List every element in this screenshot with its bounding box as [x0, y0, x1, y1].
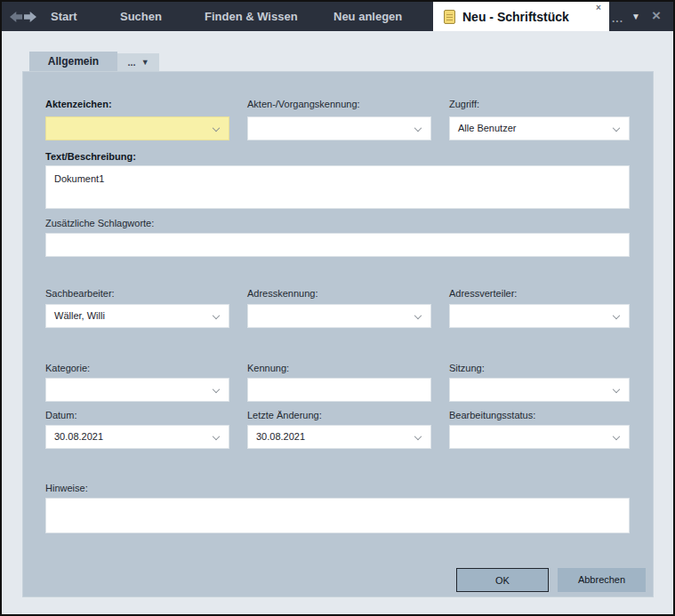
datum-dropdown[interactable]: 30.08.2021: [45, 425, 229, 449]
chevron-down-icon: [613, 432, 620, 439]
tab-allgemein[interactable]: Allgemein: [29, 52, 117, 71]
text-beschreibung-textarea[interactable]: Dokument1: [45, 165, 630, 209]
sitzung-dropdown[interactable]: [449, 378, 630, 402]
chevron-down-icon: [613, 311, 620, 318]
adressverteiler-label: Adressverteiler:: [449, 288, 517, 299]
document-icon: [444, 10, 455, 24]
bearbeitungsstatus-label: Bearbeitungsstatus:: [449, 410, 535, 420]
tab-suchen[interactable]: Suchen: [120, 2, 162, 31]
tab-neu-schriftstueck[interactable]: Neu - Schriftstück: [433, 2, 609, 31]
form-tab-overflow[interactable]: ... ▼: [117, 53, 159, 71]
tab-list-dropdown-icon[interactable]: ▼: [631, 2, 640, 31]
kategorie-label: Kategorie:: [45, 363, 90, 373]
adressverteiler-dropdown[interactable]: [449, 304, 630, 328]
sachbearbeiter-dropdown[interactable]: Wäller, Willi: [45, 304, 229, 328]
active-tab-label: Neu - Schriftstück: [462, 10, 569, 24]
tab-close-icon[interactable]: ×: [596, 3, 601, 12]
chevron-down-icon: [414, 311, 422, 318]
schlagworte-input[interactable]: [45, 233, 630, 257]
adresskennung-label: Adresskennung:: [247, 288, 318, 299]
cancel-button[interactable]: Abbrechen: [558, 568, 646, 592]
sachbearbeiter-label: Sachbearbeiter:: [45, 288, 115, 299]
schlagworte-label: Zusätzliche Schlagworte:: [45, 218, 154, 228]
hinweise-label: Hinweise:: [45, 483, 88, 493]
tab-neu-anlegen[interactable]: Neu anlegen: [333, 2, 402, 31]
aktenzeichen-label: Aktenzeichen:: [45, 99, 112, 109]
ok-button[interactable]: OK: [456, 568, 549, 592]
tab-overflow-dots: ...: [612, 12, 623, 25]
letzte-aenderung-dropdown[interactable]: 30.08.2021: [247, 425, 431, 449]
nav-back-icon[interactable]: [10, 12, 22, 22]
letzte-aenderung-label: Letzte Änderung:: [247, 410, 322, 420]
sitzung-label: Sitzung:: [449, 363, 485, 373]
chevron-down-icon: [213, 124, 220, 131]
top-tab-bar: Start Suchen Finden & Wissen Neu anlegen…: [2, 2, 673, 31]
chevron-down-icon: [213, 385, 220, 392]
hinweise-textarea[interactable]: [45, 498, 630, 533]
tab-finden-wissen[interactable]: Finden & Wissen: [205, 2, 298, 31]
kategorie-dropdown[interactable]: [45, 378, 229, 402]
zugriff-label: Zugriff:: [449, 99, 479, 109]
chevron-down-icon: [613, 385, 620, 392]
aktenzeichen-dropdown[interactable]: [45, 116, 229, 140]
overflow-dots: ...: [127, 58, 135, 67]
kennung-input[interactable]: [247, 378, 431, 402]
zugriff-dropdown[interactable]: Alle Benutzer: [449, 116, 630, 140]
application-window: Start Suchen Finden & Wissen Neu anlegen…: [0, 0, 675, 616]
bearbeitungsstatus-dropdown[interactable]: [449, 425, 630, 449]
chevron-down-icon: ▼: [141, 58, 149, 67]
adresskennung-dropdown[interactable]: [247, 304, 431, 328]
datum-label: Datum:: [45, 410, 76, 420]
tab-start[interactable]: Start: [51, 2, 77, 31]
akten-vorgangskennung-dropdown[interactable]: [247, 116, 431, 140]
akten-vorgangskennung-label: Akten-/Vorgangskennung:: [247, 99, 360, 109]
form-panel: Aktenzeichen: Akten-/Vorgangskennung: Zu…: [22, 71, 654, 597]
close-icon[interactable]: ×: [652, 2, 661, 31]
chevron-down-icon: [414, 124, 422, 131]
nav-forward-icon[interactable]: [24, 12, 36, 22]
text-beschreibung-label: Text/Beschreibung:: [45, 151, 136, 162]
kennung-label: Kennung:: [247, 363, 289, 373]
